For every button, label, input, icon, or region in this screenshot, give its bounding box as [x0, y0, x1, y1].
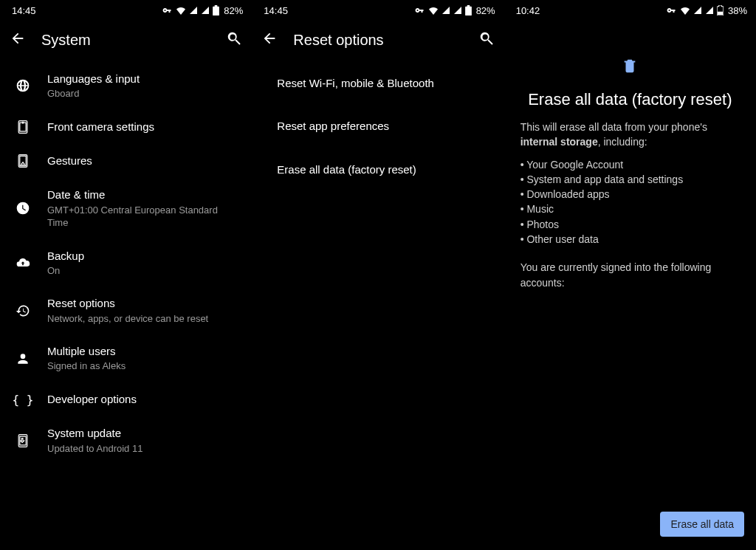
status-time: 14:45: [264, 5, 288, 16]
signal-icon: [705, 6, 714, 15]
settings-list: Languages & inputGboard Front camera set…: [0, 62, 252, 464]
row-title: Reset app preferences: [277, 119, 492, 134]
vpn-key-icon: [665, 6, 677, 15]
erase-title: Erase all data (factory reset): [516, 90, 743, 109]
status-bar: 10:42 38%: [504, 0, 756, 21]
status-right: 38%: [665, 5, 747, 16]
erase-all-data-button[interactable]: Erase all data: [660, 512, 744, 537]
row-front-camera[interactable]: Front camera settings: [0, 110, 252, 144]
status-bar: 14:45 82%: [0, 0, 252, 21]
status-bar: 14:45 82%: [252, 0, 504, 21]
signal-icon: [201, 6, 210, 15]
trash-icon: [622, 58, 638, 77]
battery-icon: [465, 5, 472, 16]
row-title: System update: [47, 426, 240, 441]
erase-bullets: Your Google Account System and app data …: [520, 157, 740, 247]
vpn-key-icon: [413, 6, 425, 15]
header: Reset options: [252, 21, 504, 62]
row-title: Reset Wi-Fi, mobile & Bluetooth: [277, 76, 492, 91]
signal-icon: [189, 6, 198, 15]
row-multiple-users[interactable]: Multiple usersSigned in as Aleks: [0, 334, 252, 382]
row-gestures[interactable]: Gestures: [0, 144, 252, 178]
row-reset-wifi[interactable]: Reset Wi-Fi, mobile & Bluetooth: [252, 62, 504, 105]
gestures-icon: [12, 154, 34, 168]
bullet-item: Downloaded apps: [520, 187, 740, 202]
braces-icon: { }: [12, 393, 34, 407]
row-title: Backup: [47, 249, 240, 264]
row-title: Erase all data (factory reset): [277, 162, 492, 177]
signed-in-msg: You are currently signed into the follow…: [520, 260, 740, 290]
person-icon: [12, 351, 34, 366]
bullet-item: System and app data and settings: [520, 172, 740, 187]
signal-icon: [441, 6, 450, 15]
erase-action-bar: Erase all data: [660, 512, 744, 537]
row-developer-options[interactable]: { } Developer options: [0, 382, 252, 416]
row-reset-app-prefs[interactable]: Reset app preferences: [252, 105, 504, 148]
page-title: Reset options: [293, 32, 475, 49]
search-button[interactable]: [224, 30, 244, 49]
erase-intro: This will erase all data from your phone…: [520, 120, 740, 150]
globe-icon: [12, 78, 34, 93]
row-title: Languages & input: [47, 72, 240, 86]
phone-camera-icon: [12, 120, 34, 134]
search-button[interactable]: [476, 30, 497, 49]
wifi-icon: [680, 6, 690, 15]
header: System: [0, 21, 252, 62]
battery-percent: 82%: [476, 5, 495, 16]
battery-icon: [213, 5, 219, 16]
screen-erase: 10:42 38% Erase all data (factory reset)…: [504, 0, 756, 550]
row-subtitle: Updated to Android 11: [47, 442, 240, 456]
row-subtitle: Gboard: [47, 87, 240, 100]
erase-body: This will erase all data from your phone…: [504, 109, 756, 298]
row-system-update[interactable]: System updateUpdated to Android 11: [0, 416, 252, 464]
page-title: System: [41, 32, 224, 49]
battery-percent: 38%: [728, 5, 747, 16]
status-right: 82%: [413, 5, 495, 16]
status-right: 82%: [161, 5, 243, 16]
signal-icon: [693, 6, 702, 15]
row-date-time[interactable]: Date & timeGMT+01:00 Central European St…: [0, 178, 252, 238]
row-reset-options[interactable]: Reset optionsNetwork, apps, or device ca…: [0, 286, 252, 334]
battery-percent: 82%: [224, 5, 243, 16]
screen-reset-options: 14:45 82% Reset options Reset Wi-Fi, mob…: [252, 0, 504, 550]
back-button[interactable]: [7, 30, 28, 49]
status-time: 10:42: [516, 5, 540, 16]
cloud-upload-icon: [12, 255, 34, 270]
row-erase-all-data[interactable]: Erase all data (factory reset): [252, 148, 504, 191]
battery-icon: [717, 5, 724, 16]
row-backup[interactable]: BackupOn: [0, 239, 252, 287]
signal-icon: [453, 6, 462, 15]
row-title: Gestures: [47, 154, 240, 168]
back-button[interactable]: [259, 30, 280, 49]
wifi-icon: [176, 6, 186, 15]
bullet-item: Other user data: [520, 232, 740, 247]
row-title: Multiple users: [47, 344, 240, 359]
row-subtitle: On: [47, 264, 240, 278]
row-title: Developer options: [47, 392, 240, 407]
row-title: Reset options: [47, 296, 240, 311]
bullet-item: Music: [520, 202, 740, 216]
system-update-icon: [12, 433, 34, 448]
clock-icon: [12, 201, 34, 216]
row-title: Date & time: [47, 188, 240, 202]
wifi-icon: [428, 6, 439, 15]
bullet-item: Your Google Account: [520, 157, 740, 172]
svg-rect-0: [718, 12, 723, 15]
reset-list: Reset Wi-Fi, mobile & Bluetooth Reset ap…: [252, 62, 504, 191]
bullet-item: Photos: [520, 217, 740, 232]
row-subtitle: Network, apps, or device can be reset: [47, 312, 240, 326]
row-subtitle: GMT+01:00 Central European Standard Time: [47, 204, 240, 230]
vpn-key-icon: [161, 6, 173, 15]
row-languages-input[interactable]: Languages & inputGboard: [0, 62, 252, 110]
row-subtitle: Signed in as Aleks: [47, 360, 240, 373]
screen-system: 14:45 82% System: [0, 0, 252, 550]
row-title: Front camera settings: [47, 120, 240, 134]
restore-icon: [12, 303, 34, 318]
status-time: 14:45: [12, 5, 36, 16]
